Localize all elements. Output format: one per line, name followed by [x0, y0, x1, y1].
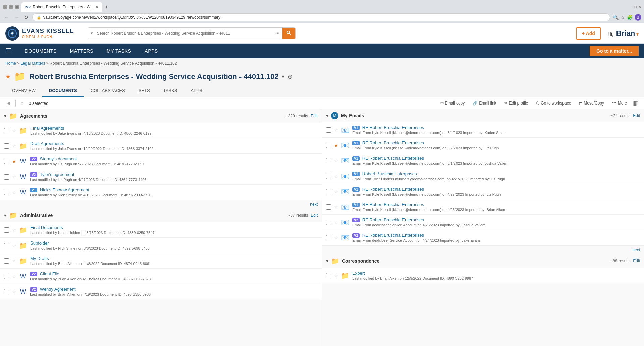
active-tab[interactable]: NV Robert Bruschia Enterprises - W... ✕ [21, 2, 102, 12]
nav-my-tasks[interactable]: MY TASKS [100, 44, 138, 58]
email-name-6[interactable]: V1 RE Robert Bruschia Enterprises [352, 202, 640, 207]
star-email-2[interactable]: ★ [334, 143, 338, 148]
star-final-agreements[interactable]: ☆ [12, 128, 16, 133]
search-dropdown-arrow[interactable]: ▾ [88, 31, 96, 36]
my-emails-toggle[interactable]: ▾ [326, 113, 328, 118]
list-view-button[interactable]: ≡ [20, 99, 24, 107]
correspondence-edit[interactable]: Edit [633, 259, 640, 263]
profile-avatar[interactable]: B [635, 14, 641, 21]
email-name-1[interactable]: V1 RE Robert Bruschia Enterprises [352, 125, 640, 130]
grid-view-button[interactable]: ⊞ [5, 99, 11, 107]
agreements-next-link[interactable]: next [0, 200, 322, 209]
email-name-7[interactable]: V2 RE Robert Bruschia Enterprises [352, 217, 640, 222]
panel-toggle-icon[interactable]: ▦ [633, 99, 639, 107]
email-checkbox-6[interactable] [326, 204, 331, 210]
breadcrumb-home[interactable]: Home [5, 61, 16, 66]
agreements-toggle[interactable]: ▾ [4, 113, 6, 119]
email-name-4[interactable]: V1 Robert Bruschia Enterprises [352, 171, 640, 176]
star-email-5[interactable]: ☆ [334, 189, 338, 194]
star-bookmark-icon[interactable]: ☆ [621, 15, 625, 20]
doc-checkbox-wendy-agreement[interactable] [4, 289, 9, 294]
email-checkbox-7[interactable] [326, 220, 331, 225]
tab-overview[interactable]: OVERVIEW [5, 85, 42, 97]
doc-checkbox-my-drafts[interactable] [4, 258, 9, 264]
nav-documents[interactable]: DOCUMENTS [18, 44, 63, 58]
star-subfolder[interactable]: ☆ [12, 243, 16, 248]
email-name-5[interactable]: V1 RE Robert Bruschia Enterprises [352, 187, 640, 192]
star-my-drafts[interactable]: ☆ [12, 258, 16, 264]
star-email-8[interactable]: ☆ [334, 235, 338, 240]
star-stormys-doc[interactable]: ★ [12, 159, 16, 164]
star-wendy-agreement[interactable]: ☆ [12, 289, 16, 294]
tab-sets[interactable]: SETS [132, 85, 157, 97]
minimize-icon[interactable]: − [631, 5, 633, 9]
close-btn[interactable]: ✕ [15, 5, 19, 9]
email-checkbox-4[interactable] [326, 174, 331, 179]
doc-checkbox-final-agreements[interactable] [4, 128, 9, 133]
correspondence-toggle[interactable]: ▾ [326, 258, 328, 264]
doc-name-wendy-agreement[interactable]: V2 Wendy Agreement [30, 287, 318, 292]
close-icon[interactable]: ✕ [638, 5, 641, 9]
nav-apps[interactable]: APPS [138, 44, 164, 58]
star-email-1[interactable]: ☆ [334, 127, 338, 133]
doc-checkbox-client-file[interactable] [4, 274, 9, 279]
star-email-6[interactable]: ☆ [334, 204, 338, 210]
doc-name-expert[interactable]: Expert [352, 271, 640, 276]
star-email-4[interactable]: ☆ [334, 174, 338, 179]
star-email-7[interactable]: ☆ [334, 220, 338, 225]
move-copy-button[interactable]: ⇄ Move/Copy [577, 99, 606, 107]
star-tylers-agreement[interactable]: ☆ [12, 174, 16, 180]
doc-name-client-file[interactable]: V2 Client File [30, 271, 318, 276]
email-link-button[interactable]: 🔗 Email link [471, 99, 498, 107]
doc-name-tylers-agreement[interactable]: V2 Tyler's agreement [30, 172, 318, 177]
hamburger-menu-icon[interactable]: ☰ [5, 47, 11, 55]
refresh-button[interactable]: ↻ [23, 14, 30, 21]
user-dropdown-arrow[interactable]: ▾ [636, 31, 639, 37]
email-checkbox-5[interactable] [326, 189, 331, 194]
tab-apps[interactable]: APPS [184, 85, 209, 97]
doc-name-draft-agreements[interactable]: Draft Agreements [30, 141, 318, 146]
search-more-icon[interactable]: ••• [273, 31, 282, 36]
email-copy-button[interactable]: ✉ Email copy [438, 99, 467, 107]
doc-name-final-agreements[interactable]: Final Agreements [30, 126, 318, 131]
doc-checkbox-expert[interactable] [326, 273, 331, 278]
breadcrumb-legal-matters[interactable]: Legal Matters [21, 61, 45, 66]
tab-tasks[interactable]: TASKS [157, 85, 184, 97]
star-expert[interactable]: ☆ [334, 273, 338, 278]
tab-close-icon[interactable]: ✕ [96, 5, 98, 9]
my-emails-edit[interactable]: Edit [633, 113, 640, 118]
go-to-workspace-button[interactable]: ⬡ Go to workspace [534, 99, 573, 107]
edit-profile-button[interactable]: ✏ Edit profile [502, 99, 530, 107]
matter-title-dropdown[interactable]: ▾ [282, 73, 284, 80]
go-to-matter-button[interactable]: Go to a matter... [590, 46, 639, 56]
agreements-edit[interactable]: Edit [311, 114, 318, 118]
doc-name-nicks-escrow[interactable]: V1 Nick's Escrow Agreement [30, 187, 318, 192]
doc-checkbox-stormys-doc[interactable] [4, 159, 9, 164]
email-name-3[interactable]: V1 RE Robert Bruschia Enterprises [352, 156, 640, 161]
doc-checkbox-draft-agreements[interactable] [4, 143, 9, 149]
tab-collabspaces[interactable]: COLLABSPACES [84, 85, 132, 97]
email-name-8[interactable]: V2 RE Robert Bruschia Enterprises [352, 233, 640, 238]
star-draft-agreements[interactable]: ☆ [12, 143, 16, 149]
doc-name-my-drafts[interactable]: My Drafts [30, 256, 318, 261]
star-email-3[interactable]: ☆ [334, 158, 338, 163]
matter-star-icon[interactable]: ★ [5, 73, 11, 80]
doc-checkbox-nicks-escrow[interactable] [4, 190, 9, 195]
doc-name-subfolder[interactable]: Subfolder [30, 240, 318, 246]
address-bar[interactable]: 🔒 vault.netvoyage.com/neWeb2/workspace/Q… [32, 13, 610, 21]
search-button[interactable] [282, 28, 295, 39]
doc-name-stormys-doc[interactable]: V2 Stormy's document [30, 156, 318, 161]
back-button[interactable]: ← [3, 14, 10, 21]
email-checkbox-1[interactable] [326, 127, 331, 133]
star-client-file[interactable]: ☆ [12, 274, 16, 279]
new-tab-button[interactable]: + [102, 3, 111, 11]
doc-name-final-docs[interactable]: Final Documents [30, 225, 318, 230]
more-button[interactable]: ••• More [610, 99, 629, 107]
star-nicks-escrow[interactable]: ☆ [12, 190, 16, 195]
emails-next-link[interactable]: next [322, 246, 644, 254]
restore-icon[interactable]: □ [634, 5, 637, 9]
maximize-btn[interactable]: □ [9, 5, 13, 9]
email-checkbox-2[interactable] [326, 143, 331, 148]
tab-documents[interactable]: DOCUMENTS [42, 85, 84, 97]
nav-matters[interactable]: MATTERS [63, 44, 100, 58]
